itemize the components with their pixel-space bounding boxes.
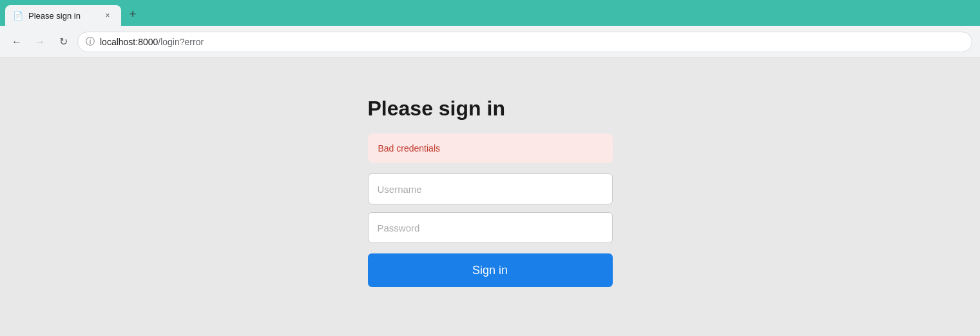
url-host: localhost:8000 [100, 37, 158, 47]
error-message: Bad credentials [378, 143, 441, 153]
error-alert: Bad credentials [368, 133, 613, 163]
address-url: localhost:8000/login?error [100, 37, 204, 47]
login-container: Please sign in Bad credentials Sign in [368, 97, 613, 287]
forward-button: → [31, 33, 49, 51]
tab-close-button[interactable]: × [102, 10, 113, 21]
url-path: /login?error [158, 37, 204, 47]
tab-title: Please sign in [28, 11, 97, 21]
browser-chrome: 📄 Please sign in × + ← → ↻ ⓘ localhost:8… [0, 0, 980, 58]
info-icon: ⓘ [86, 36, 95, 48]
new-tab-button[interactable]: + [124, 5, 142, 23]
page-content: Please sign in Bad credentials Sign in [0, 58, 980, 329]
back-button[interactable]: ← [8, 33, 26, 51]
username-input[interactable] [368, 173, 613, 204]
address-bar[interactable]: ⓘ localhost:8000/login?error [77, 32, 972, 52]
tab-bar: 📄 Please sign in × + [0, 0, 980, 26]
page-title: Please sign in [368, 97, 505, 121]
signin-button[interactable]: Sign in [368, 253, 613, 287]
address-bar-row: ← → ↻ ⓘ localhost:8000/login?error [0, 26, 980, 58]
active-tab: 📄 Please sign in × [5, 5, 121, 26]
tab-page-icon: 📄 [13, 11, 23, 21]
password-input[interactable] [368, 212, 613, 243]
reload-button[interactable]: ↻ [54, 33, 72, 51]
